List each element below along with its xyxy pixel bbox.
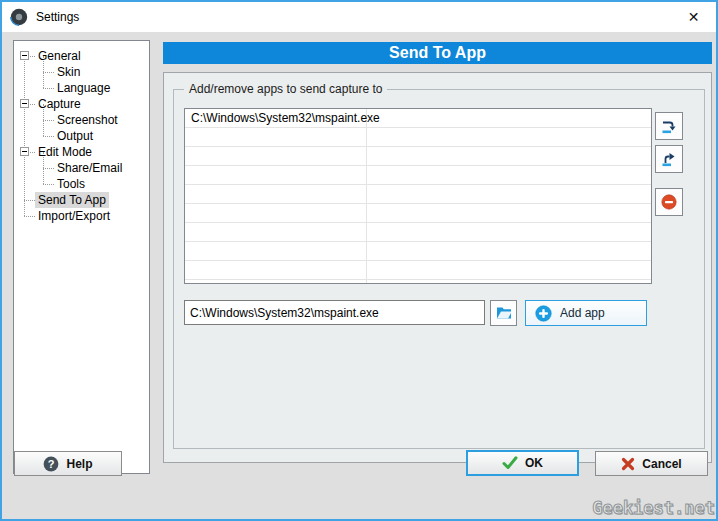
sidebar-item-general[interactable]: General [14, 48, 149, 64]
sidebar-item-label: Send To App [35, 192, 109, 208]
collapse-minus-icon[interactable] [20, 51, 29, 60]
sidebar-item-import-export[interactable]: Import/Export [14, 208, 149, 224]
remove-app-button[interactable] [655, 188, 683, 216]
collapse-minus-icon[interactable] [20, 99, 29, 108]
blue-folder-icon [496, 306, 512, 320]
move-down-button[interactable] [655, 112, 683, 140]
sidebar-item-language[interactable]: Language [14, 80, 149, 96]
sidebar-item-skin[interactable]: Skin [14, 64, 149, 80]
sidebar-item-label: Screenshot [54, 112, 121, 128]
page-title: Send To App [163, 42, 712, 64]
browse-button[interactable] [490, 300, 517, 326]
sidebar-item-label: Language [54, 80, 113, 96]
help-button[interactable]: ? Help [14, 451, 122, 476]
sidebar-item-label: Skin [54, 64, 83, 80]
add-app-button[interactable]: Add app [525, 300, 647, 326]
move-up-button[interactable] [655, 145, 683, 173]
help-icon: ? [43, 456, 59, 472]
app-list[interactable]: C:\Windows\System32\mspaint.exe [184, 108, 652, 284]
watermark: Geekiest.net [592, 498, 715, 518]
sidebar-item-edit-mode[interactable]: Edit Mode [14, 144, 149, 160]
send-to-app-panel: Add/remove apps to send capture to C:\Wi… [163, 72, 712, 463]
app-path-input[interactable] [184, 300, 485, 325]
apps-groupbox: Add/remove apps to send capture to C:\Wi… [173, 89, 705, 449]
curved-arrow-down-icon [661, 118, 677, 134]
svg-text:?: ? [48, 457, 55, 469]
sidebar-item-tools[interactable]: Tools [14, 176, 149, 192]
sidebar-item-label: Import/Export [35, 208, 113, 224]
title-bar: Settings ✕ [2, 2, 716, 32]
sidebar-item-screenshot[interactable]: Screenshot [14, 112, 149, 128]
groupbox-label: Add/remove apps to send capture to [184, 82, 387, 96]
sidebar-item-share-email[interactable]: Share/Email [14, 160, 149, 176]
settings-nav-tree[interactable]: GeneralSkinLanguageCaptureScreenshotOutp… [13, 40, 150, 474]
ok-label: OK [525, 456, 543, 470]
ok-button[interactable]: OK [466, 450, 579, 476]
sidebar-item-label: Share/Email [54, 160, 125, 176]
cross-icon [621, 457, 635, 471]
curved-arrow-up-icon [661, 151, 677, 167]
app-list-item[interactable]: C:\Windows\System32\mspaint.exe [185, 109, 651, 128]
collapse-minus-icon[interactable] [20, 147, 29, 156]
check-icon [502, 456, 518, 470]
blue-plus-circle-icon [535, 305, 552, 322]
sidebar-item-label: Edit Mode [35, 144, 95, 160]
sidebar-item-capture[interactable]: Capture [14, 96, 149, 112]
help-label: Help [66, 457, 92, 471]
list-column-divider [366, 109, 367, 283]
red-minus-circle-icon [661, 194, 677, 210]
window-title: Settings [36, 10, 79, 24]
cancel-button[interactable]: Cancel [595, 451, 708, 476]
settings-window: Settings ✕ GeneralSkinLanguageCaptureScr… [0, 0, 718, 521]
sidebar-item-label: Tools [54, 176, 88, 192]
sidebar-item-label: Capture [35, 96, 84, 112]
close-button[interactable]: ✕ [671, 2, 716, 32]
sidebar-item-send-to-app[interactable]: Send To App [14, 192, 149, 208]
sidebar-item-label: Output [54, 128, 96, 144]
cancel-label: Cancel [642, 457, 681, 471]
sidebar-item-output[interactable]: Output [14, 128, 149, 144]
app-logo-icon [10, 8, 28, 26]
add-app-label: Add app [560, 306, 605, 320]
sidebar-item-label: General [35, 48, 84, 64]
